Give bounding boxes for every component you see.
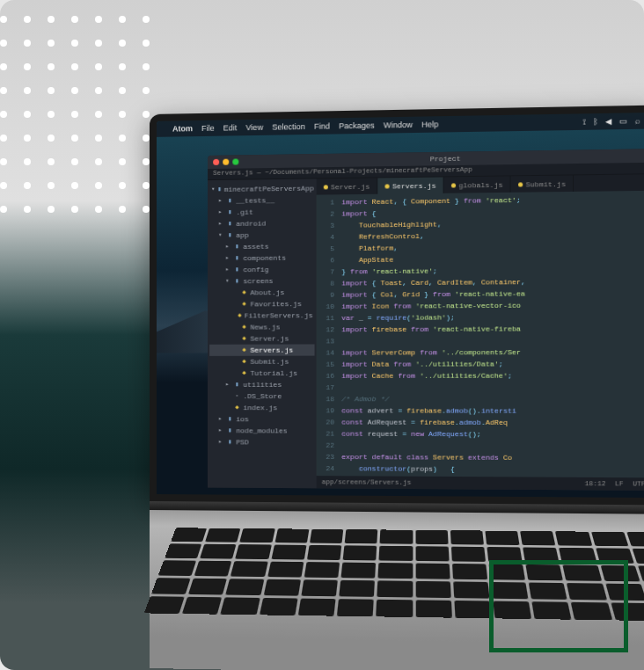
folder-icon: ▮ <box>226 416 233 423</box>
tree-file[interactable]: ◆Server.js <box>209 332 314 344</box>
editor-tab[interactable]: Submit.js <box>511 175 574 192</box>
chevron-icon: ▸ <box>218 195 223 207</box>
menubar-item[interactable]: File <box>201 124 215 133</box>
bluetooth-icon[interactable]: ᛒ <box>593 117 597 127</box>
folder-icon: ▮ <box>226 208 233 215</box>
tree-file[interactable]: ◆Tutorial.js <box>209 368 314 379</box>
menubar-item[interactable]: Find <box>314 121 330 130</box>
line-number: 7 <box>317 266 334 277</box>
tree-item-label: Servers.js <box>250 345 293 356</box>
close-icon[interactable] <box>213 159 219 165</box>
tree-file[interactable]: ◆index.js <box>209 402 314 413</box>
maximize-icon[interactable] <box>232 158 238 164</box>
tree-item-label: android <box>236 218 266 229</box>
status-cursor-position[interactable]: 18:12 <box>585 480 606 487</box>
tree-item-label: __tests__ <box>236 194 274 207</box>
menubar-item[interactable]: Help <box>421 120 438 129</box>
js-file-icon: ◆ <box>238 312 241 319</box>
file-type-icon <box>451 183 456 187</box>
line-number: 8 <box>317 277 334 288</box>
folder-icon: ▮ <box>233 266 240 273</box>
menubar-item[interactable]: Window <box>384 120 413 130</box>
tree-folder[interactable]: ▸▮config <box>209 263 314 275</box>
tree-file[interactable]: ◆News.js <box>209 321 314 333</box>
chevron-icon: ▸ <box>218 207 223 218</box>
tree-item-label: app <box>236 229 249 241</box>
folder-icon: ▮ <box>233 255 240 262</box>
code-line: var _ = require('lodash'); <box>341 310 644 324</box>
line-number: 17 <box>317 382 334 393</box>
tree-folder[interactable]: ▸▮assets <box>209 240 314 252</box>
tree-item-label: FilterServers.js <box>245 310 313 321</box>
tree-folder[interactable]: ▸▮PSD <box>209 436 314 448</box>
tree-folder[interactable]: ▸▮android <box>209 217 314 229</box>
chevron-icon: ▸ <box>218 425 223 436</box>
spotlight-icon[interactable]: ⌕ <box>635 116 640 126</box>
decorative-green-square <box>489 560 628 652</box>
code-line: import Data from '../utilities/Data'; <box>341 358 644 370</box>
line-number: 3 <box>317 220 334 231</box>
wifi-icon[interactable]: ⟟ <box>582 117 585 127</box>
line-number: 20 <box>317 416 334 427</box>
js-file-icon: ◆ <box>233 404 240 411</box>
editor-tab[interactable]: Server.js <box>317 178 378 194</box>
app-name-menu[interactable]: Atom <box>172 124 193 133</box>
tree-item-label: .git <box>236 207 252 218</box>
menubar-item[interactable]: Packages <box>339 121 375 131</box>
code-content[interactable]: import React, { Component } from 'react'… <box>338 191 644 478</box>
tree-file[interactable]: ◆Submit.js <box>209 356 314 368</box>
tree-folder[interactable]: ▸▮components <box>209 251 314 264</box>
tree-folder[interactable]: ▸▮.git <box>209 206 314 218</box>
tree-file[interactable]: ◆Servers.js <box>209 344 314 355</box>
js-file-icon: ◆ <box>240 358 247 365</box>
chevron-icon: ▾ <box>225 275 231 287</box>
editor-tab[interactable]: Servers.js <box>377 177 443 193</box>
battery-icon[interactable]: ▭ <box>619 116 628 127</box>
tree-item-label: .DS_Store <box>243 390 282 402</box>
line-number: 11 <box>317 312 334 324</box>
js-file-icon: ◆ <box>240 335 247 342</box>
folder-icon: ▮ <box>233 244 240 251</box>
editor-tab[interactable]: globals.js <box>444 176 511 193</box>
screen-bezel: Atom FileEditViewSelectionFindPackagesWi… <box>150 106 644 506</box>
tree-folder[interactable]: ▾▮minecraftPeServersApp <box>209 182 314 195</box>
status-line-ending[interactable]: LF <box>615 480 624 487</box>
menubar-item[interactable]: View <box>245 123 263 132</box>
tree-folder[interactable]: ▸▮ios <box>209 413 314 425</box>
code-line: import firebase from 'react-native-fireb… <box>341 323 644 336</box>
chevron-icon: ▸ <box>225 264 231 275</box>
line-number: 12 <box>317 324 334 335</box>
tree-folder[interactable]: ▸▮utilities <box>209 379 314 390</box>
code-line: constructor(props) { <box>341 462 644 476</box>
chevron-icon: ▸ <box>218 413 223 425</box>
file-icon: ▫ <box>233 393 240 400</box>
minimize-icon[interactable] <box>223 159 229 165</box>
folder-icon: ▮ <box>233 278 240 285</box>
js-file-icon: ◆ <box>240 301 247 308</box>
tree-item-label: screens <box>243 275 273 287</box>
chevron-icon: ▸ <box>218 218 223 229</box>
chevron-icon: ▸ <box>225 379 231 390</box>
status-encoding[interactable]: UTF-8 <box>633 480 644 487</box>
tree-file[interactable]: ◆FilterServers.js <box>209 310 314 322</box>
tree-folder[interactable]: ▾▮app <box>209 229 314 241</box>
tree-folder[interactable]: ▾▮screens <box>209 275 314 288</box>
tree-item-label: config <box>243 264 268 275</box>
tree-file[interactable]: ▫.DS_Store <box>209 390 314 402</box>
file-tree-sidebar: ▾▮minecraftPeServersApp▸▮__tests__▸▮.git… <box>208 178 317 488</box>
line-number: 15 <box>317 359 334 370</box>
folder-icon: ▮ <box>233 381 240 388</box>
code-area[interactable]: 123456789101112131415161718192021222324 … <box>317 191 644 478</box>
line-number-gutter: 123456789101112131415161718192021222324 <box>317 194 339 476</box>
line-number: 9 <box>317 289 334 301</box>
tree-item-label: minecraftPeServersApp <box>224 182 314 194</box>
menubar-item[interactable]: Edit <box>223 123 238 132</box>
tree-file[interactable]: ◆About.js <box>209 287 314 299</box>
line-number: 6 <box>317 254 334 266</box>
tree-item-label: node_modules <box>236 425 287 436</box>
volume-icon[interactable]: ◀ <box>605 116 611 126</box>
tree-file[interactable]: ◆Favorites.js <box>209 298 314 310</box>
folder-icon: ▮ <box>226 427 233 434</box>
menubar-item[interactable]: Selection <box>272 122 305 132</box>
tree-folder[interactable]: ▸▮node_modules <box>209 425 314 436</box>
